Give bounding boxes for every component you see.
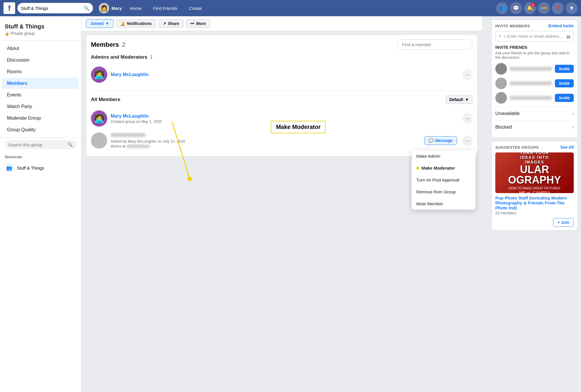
joined-button[interactable]: Joined ▼ [86,19,114,28]
group-title-sidebar: Stuff & Things [5,23,76,30]
context-mute-member[interactable]: Mute Member [412,198,476,210]
more-button[interactable]: ••• More [186,19,210,28]
invite-members-header: INVITE MEMBERS Embed Invite [495,24,574,28]
unavailable-row[interactable]: Unavailable › [495,107,574,120]
admin-member-more-btn[interactable]: ··· [462,69,473,80]
join-group-btn[interactable]: + Join [553,218,574,227]
user-menu[interactable]: 👩 Mary [99,3,122,13]
all-member-2-works: Works at [111,144,421,148]
sidebar-search-input[interactable] [8,142,65,147]
invite-friend-1-btn[interactable]: Invite [555,65,574,73]
invite-friends-desc: Ask your friends to join the group and a… [495,51,574,60]
all-members-label: All Members [91,97,120,103]
sidebar-item-label: Events [7,92,21,98]
sidebar-item-label: Group Quality [7,127,36,132]
all-member-1-more-btn[interactable]: ··· [462,113,473,124]
invite-avatar-gray2 [495,78,507,89]
shortcuts-label: Shortcuts [5,155,76,159]
joined-label: Joined [90,21,103,26]
share-button[interactable]: ↗ Share [158,19,184,28]
make-moderator-tooltip: Make Moderator [271,121,326,133]
context-remove-from-group[interactable]: Remove from Group [412,186,476,198]
share-icon: ↗ [163,21,166,26]
sidebar-item-rooms[interactable]: Rooms [2,66,79,77]
context-make-admin[interactable]: Make Admin [412,150,476,162]
nav-create[interactable]: Create [185,3,205,13]
nav-find-friends[interactable]: Find Friends [150,3,181,13]
notifications-icon-btn[interactable]: 🔔 8 [524,2,536,14]
suggested-group-members: 23 members [495,211,574,215]
admins-section-label: Admins and Moderators 1 [91,54,473,60]
default-label: Default [449,97,463,102]
notification-badge: 8 [530,3,535,7]
invite-friend-2-name [510,81,552,85]
embed-invite-link[interactable]: Embed Invite [548,24,574,28]
sidebar-item-label: Members [7,81,27,86]
friend-requests-icon-btn[interactable]: 🧑‍🤝‍🧑 [538,2,550,14]
sidebar-item-moderate-group[interactable]: Moderate Group [2,113,79,124]
invite-friend-3-btn[interactable]: Invite [555,94,574,102]
members-count: 2 [122,41,125,48]
page-wrapper: Stuff & Things 🔒 Private group About Dis… [0,16,581,392]
member2-name-blurred [111,133,146,137]
suggested-group-image: TURN YOURIDEAS INTOIMAGES ULAROGRAPHY HO… [495,152,574,193]
global-search-input[interactable] [21,6,81,11]
blocked-row[interactable]: Blocked › [495,120,574,134]
admin-member-avatar: 🧑‍💻 [91,66,107,83]
main-content: Joined ▼ 🔔 Notifications ↗ Share ••• Mor… [81,16,482,392]
blocked-chevron-icon: › [572,125,574,130]
nav-home[interactable]: Home [126,3,145,13]
more-icon: ••• [190,21,195,26]
action-bar: Joined ▼ 🔔 Notifications ↗ Share ••• Mor… [81,16,482,31]
message-button[interactable]: 💬 Message [424,136,457,145]
invite-friend-2-btn[interactable]: Invite [555,79,574,87]
more-icon-btn[interactable]: ▼ [566,2,578,14]
notifications-button[interactable]: 🔔 Notifications [116,19,156,28]
sidebar-item-label: About [7,46,19,51]
search-icon: 🔍 [84,6,89,11]
context-menu-dot [416,167,419,170]
sidebar-item-members[interactable]: Members [2,78,79,89]
suggested-groups-card: SUGGESTED GROUPS See All TURN YOURIDEAS … [492,141,578,231]
notifications-label: Notifications [127,21,152,26]
global-search-bar[interactable]: 🔍 [17,3,93,13]
sidebar-item-group-quality[interactable]: Group Quality [2,124,79,135]
all-member-2-more-btn[interactable]: ··· [462,135,473,146]
invite-input-icon: 🗂 [566,34,571,39]
context-make-moderator-label: Make Moderator [422,166,455,170]
context-make-moderator[interactable]: Make Moderator [412,162,476,174]
messenger-icon-btn[interactable]: 💬 [510,2,522,14]
members-header: Members 2 [91,39,473,50]
more-label: More [196,21,206,26]
all-member-2-added: Added by Mary McLaughlin on July 21, 202… [111,139,421,143]
default-sort-button[interactable]: Default ▼ [446,95,473,104]
find-member-input[interactable] [397,39,473,50]
invite-friend-3-row: Invite [495,92,574,104]
context-turn-post-approval[interactable]: Turn on Post Approval [412,174,476,186]
invite-input-row[interactable]: + + Enter name or email address... 🗂 [495,31,574,42]
private-badge: 🔒 Private group [5,31,76,36]
sidebar-item-discussion[interactable]: Discussion [2,55,79,66]
sidebar-item-events[interactable]: Events [2,89,79,100]
sidebar-search-box[interactable]: 🔍 [5,140,76,149]
group-header-sidebar: Stuff & Things 🔒 Private group [0,21,81,41]
sidebar-search-section: 🔍 [0,138,81,151]
shortcut-stuff-things[interactable]: 👥 Stuff & Things [5,161,76,174]
member2-works-blurred [127,145,150,148]
sidebar-item-watch-party[interactable]: Watch Party [2,101,79,112]
invite-input-placeholder: + Enter name or email address... [503,34,564,39]
members-panel: Members 2 Admins and Moderators 1 🧑‍💻 Ma… [86,35,478,157]
see-all-link[interactable]: See All [560,145,574,150]
sidebar-search-icon: 🔍 [67,142,73,147]
all-member-1-name[interactable]: Mary McLaughlin [111,114,459,119]
sidebar-item-about[interactable]: About [2,43,79,54]
sidebar-item-label: Moderate Group [7,116,41,121]
notifications-icon: 🔔 [120,21,125,26]
friends-icon-btn[interactable]: 👥 [496,2,508,14]
user-avatar: 👩 [99,3,109,13]
shortcut-group-icon: 👥 [5,163,14,172]
suggested-group-name[interactable]: Pop Photo Staff (including Modern Photog… [495,195,574,210]
admin-member-name[interactable]: Mary McLaughlin [111,72,459,77]
invite-friend-2-row: Invite [495,78,574,89]
help-icon-btn[interactable]: ❓ [552,2,564,14]
